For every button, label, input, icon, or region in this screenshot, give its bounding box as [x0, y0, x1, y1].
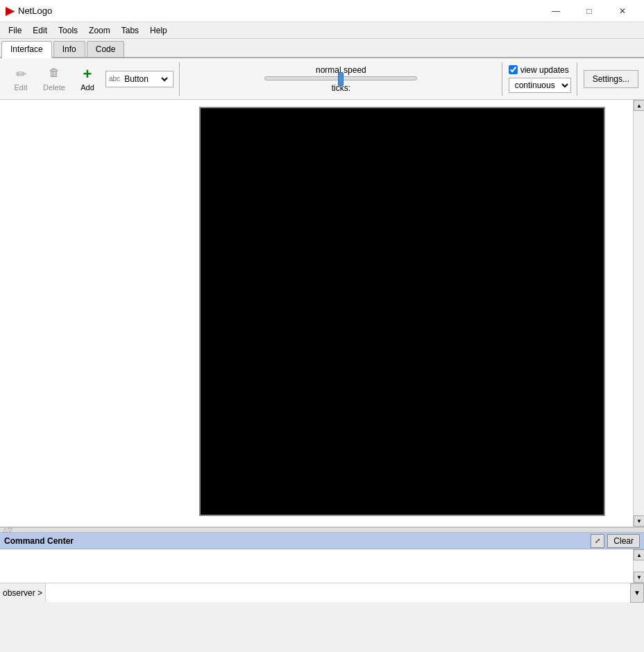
command-input-area: observer > ▼ — [0, 583, 644, 602]
tab-interface[interactable]: Interface — [1, 41, 52, 58]
cmd-output-scrollbar: ▲ ▼ — [633, 549, 644, 583]
command-center: Command Center ⤢ Clear ▲ ▼ observer > ▼ — [0, 533, 644, 602]
menu-bar: File Edit Tools Zoom Tabs Help — [0, 22, 644, 39]
scroll-down-arrow[interactable]: ▼ — [634, 515, 644, 526]
tab-code[interactable]: Code — [87, 41, 125, 57]
menu-help[interactable]: Help — [144, 24, 173, 37]
toolbar-divider-left — [179, 62, 180, 96]
command-center-title: Command Center — [4, 536, 74, 546]
speed-slider-thumb[interactable] — [338, 72, 344, 86]
view-updates-checkbox[interactable] — [509, 65, 518, 74]
pencil-icon: ✏ — [13, 67, 28, 82]
view-updates-area: view updates continuous on ticks never — [509, 65, 571, 93]
cmd-scroll-down[interactable]: ▼ — [634, 572, 644, 583]
view-updates-label: view updates — [520, 65, 569, 75]
menu-tabs[interactable]: Tabs — [116, 24, 144, 37]
trash-icon: 🗑 — [46, 67, 62, 82]
command-center-header: Command Center ⤢ Clear — [0, 533, 644, 549]
app-title: NetLogo — [18, 6, 52, 16]
toolbar-divider-settings — [577, 62, 578, 96]
speed-area: normal speed ticks: — [186, 65, 496, 93]
clear-button[interactable]: Clear — [607, 534, 640, 548]
tab-bar: Interface Info Code — [0, 39, 644, 58]
maximize-button[interactable]: □ — [573, 0, 605, 22]
simulation-canvas[interactable] — [199, 107, 605, 516]
widget-type-icon: abc — [109, 75, 120, 83]
delete-label: Delete — [43, 83, 65, 92]
title-bar-left: ▶ NetLogo — [6, 4, 52, 17]
settings-button[interactable]: Settings... — [584, 70, 638, 88]
menu-tools[interactable]: Tools — [53, 24, 83, 37]
main-scrollbar: ▲ ▼ — [633, 100, 644, 526]
edit-label: Edit — [15, 83, 28, 92]
close-button[interactable]: ✕ — [607, 0, 638, 22]
title-bar: ▶ NetLogo — □ ✕ — [0, 0, 644, 22]
edit-button[interactable]: ✏ Edit — [6, 64, 36, 94]
update-mode-select[interactable]: continuous on ticks never — [509, 78, 571, 93]
delete-button[interactable]: 🗑 Delete — [39, 64, 69, 94]
toolbar-divider-right — [502, 62, 503, 96]
minimize-button[interactable]: — — [540, 0, 572, 22]
add-label: Add — [80, 83, 94, 92]
widget-selector[interactable]: abc Button Slider Switch Chooser Input M… — [105, 71, 173, 87]
cmd-scroll-up[interactable]: ▲ — [634, 549, 644, 560]
plus-icon: + — [80, 67, 95, 82]
command-center-controls: ⤢ Clear — [591, 534, 640, 548]
observer-label: observer > — [0, 583, 46, 602]
toolbar: ✏ Edit 🗑 Delete + Add abc Button Slider … — [0, 58, 644, 100]
add-button[interactable]: + Add — [72, 64, 103, 94]
menu-edit[interactable]: Edit — [27, 24, 53, 37]
main-area: ▲ ▼ — [0, 100, 644, 527]
menu-file[interactable]: File — [3, 24, 27, 37]
command-output: ▲ ▼ — [0, 549, 644, 583]
command-center-expand-button[interactable]: ⤢ — [591, 534, 604, 548]
view-updates-checkbox-area[interactable]: view updates — [509, 65, 569, 75]
scroll-track — [634, 111, 644, 515]
cmd-scroll-track — [634, 560, 644, 572]
scroll-up-arrow[interactable]: ▲ — [634, 100, 644, 111]
cmd-input-submit[interactable]: ▼ — [630, 583, 644, 603]
title-bar-controls: — □ ✕ — [540, 0, 638, 22]
command-input[interactable] — [46, 583, 630, 602]
menu-zoom[interactable]: Zoom — [83, 24, 116, 37]
tab-info[interactable]: Info — [53, 41, 85, 57]
resize-handle[interactable]: △▽ — [0, 527, 644, 533]
speed-slider[interactable] — [264, 76, 417, 80]
app-logo: ▶ — [6, 4, 14, 17]
widget-type-select[interactable]: Button Slider Switch Chooser Input Monit… — [121, 74, 170, 85]
